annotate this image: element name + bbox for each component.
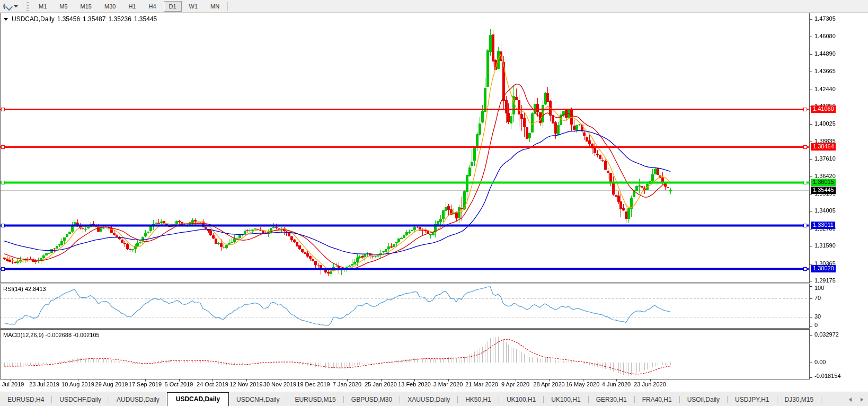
chart-tab-bar: EURUSD,H4USDCHF,DailyAUDUSD,DailyUSDCAD,… xyxy=(0,392,868,406)
date-tick-label: 7 Jan 2020 xyxy=(333,381,361,387)
date-tick-label: 17 Sep 2019 xyxy=(129,381,162,387)
chart-tab-usoil-daily[interactable]: USOil,Daily xyxy=(680,393,727,406)
date-tick-label: 29 Aug 2019 xyxy=(95,381,128,387)
date-tick-label: 4 Jun 2020 xyxy=(602,381,631,387)
date-tick-label: 30 Nov 2019 xyxy=(263,381,296,387)
chart-tab-dj30-m15[interactable]: DJ30,M15 xyxy=(777,393,821,406)
timeframe-button-h4[interactable]: H4 xyxy=(143,1,161,12)
date-tick-label: 5 Oct 2019 xyxy=(165,381,193,387)
rsi-tick-label: 100 xyxy=(814,285,824,291)
chart-cursor-icon[interactable] xyxy=(2,2,12,11)
price-tick-label: 1.43665 xyxy=(814,68,836,74)
date-tick-label: 23 Jul 2019 xyxy=(29,381,59,387)
chart-tab-audusd-daily[interactable]: AUDUSD,Daily xyxy=(109,393,167,406)
date-tick-label: 19 Dec 2019 xyxy=(297,381,330,387)
timeframe-button-m15[interactable]: M15 xyxy=(75,1,97,12)
date-tick-label: 9 Apr 2020 xyxy=(501,381,529,387)
tab-separator xyxy=(821,396,821,403)
current-price-tag: 1.35445 xyxy=(811,187,836,194)
timeframe-button-m1[interactable]: M1 xyxy=(33,1,52,12)
ohlc-open: 1.35456 xyxy=(57,15,80,23)
date-tick-label: 24 Oct 2019 xyxy=(197,381,228,387)
rsi-tick-label: 30 xyxy=(814,313,821,320)
price-tick-label: 1.46080 xyxy=(814,33,836,39)
date-tick-label: 3 Mar 2020 xyxy=(433,381,463,387)
price-tick-label: 1.44890 xyxy=(814,50,836,57)
date-tick-label: 16 May 2020 xyxy=(566,381,600,387)
chart-tab-fra40-h1[interactable]: FRA40,H1 xyxy=(635,393,679,406)
chart-symbol-header: USDCAD,Daily 1.35456 1.35487 1.35236 1.3… xyxy=(4,15,157,23)
price-tick-label: 1.29175 xyxy=(814,277,836,284)
chart-tab-usdcnh-daily[interactable]: USDCNH,Daily xyxy=(229,393,287,406)
ohlc-low: 1.35236 xyxy=(108,15,131,23)
level-price-tag: 1.36015 xyxy=(811,179,836,186)
toolbar-separator xyxy=(227,2,228,11)
tab-scroll-left-icon[interactable] xyxy=(846,395,855,404)
chart-tab-usdchf-daily[interactable]: USDCHF,Daily xyxy=(52,393,109,406)
timeframe-button-d1[interactable]: D1 xyxy=(164,1,182,12)
macd-tick-label: 0.00 xyxy=(814,359,826,365)
date-tick-label: 21 Mar 2020 xyxy=(465,381,498,387)
chart-symbol-label: USDCAD,Daily xyxy=(12,15,55,23)
price-tick-label: 1.31590 xyxy=(814,242,836,249)
macd-tick-label: 0.032972 xyxy=(814,331,839,338)
chart-tab-usdjpy-h1[interactable]: USDJPY,H1 xyxy=(728,393,776,406)
timeframe-buttons: M1M5M15M30H1H4D1W1MN xyxy=(32,1,226,12)
chart-tab-xauusd-daily[interactable]: XAUUSD,Daily xyxy=(400,393,457,406)
price-tick-label: 1.37610 xyxy=(814,155,836,162)
rsi-panel-title: RSI(14) 42.8413 xyxy=(3,286,46,292)
date-tick-label: 12 Nov 2019 xyxy=(229,381,262,387)
timeframe-button-w1[interactable]: W1 xyxy=(184,1,203,12)
tab-scroll-right-icon[interactable] xyxy=(857,395,866,404)
price-tick-label: 1.40025 xyxy=(814,120,836,127)
date-tick-label: 10 Aug 2019 xyxy=(61,381,94,387)
price-tick-label: 1.34005 xyxy=(814,207,836,214)
level-price-tag: 1.41060 xyxy=(811,105,836,113)
collapse-indicator-icon[interactable] xyxy=(4,18,8,21)
macd-tick-label: -0.018154 xyxy=(814,373,841,379)
timeframe-button-h1[interactable]: H1 xyxy=(123,1,141,12)
ohlc-close: 1.35445 xyxy=(134,15,157,23)
toolbar-separator xyxy=(23,2,23,11)
price-tick-label: 1.47305 xyxy=(814,15,836,22)
chart-tab-usdcad-daily[interactable]: USDCAD,Daily xyxy=(167,392,229,406)
date-tick-label: 28 Apr 2020 xyxy=(533,381,564,387)
chart-tabs: EURUSD,H4USDCHF,DailyAUDUSD,DailyUSDCAD,… xyxy=(0,392,821,406)
price-chart-canvas[interactable] xyxy=(0,0,868,393)
date-tick-label: 25 Jan 2020 xyxy=(365,381,397,387)
rsi-tick-label: 0 xyxy=(814,322,818,328)
price-tick-label: 1.42440 xyxy=(814,86,836,92)
level-price-tag: 1.38464 xyxy=(811,143,836,151)
date-tick-label: 13 Feb 2020 xyxy=(398,381,431,387)
macd-panel-title: MACD(12,26,9) -0.002688 -0.002105 xyxy=(3,332,100,338)
timeframe-button-m5[interactable]: M5 xyxy=(54,1,73,12)
chevron-down-icon[interactable] xyxy=(14,5,18,7)
rsi-tick-label: 70 xyxy=(814,295,821,301)
chart-tab-eurusd-m15[interactable]: EURUSD,M15 xyxy=(287,393,343,406)
timeframe-button-mn[interactable]: MN xyxy=(205,1,225,12)
chart-tab-uk100-h1[interactable]: UK100,H1 xyxy=(544,393,588,406)
chart-tab-ger30-h1[interactable]: GER30,H1 xyxy=(589,393,634,406)
ohlc-high: 1.35487 xyxy=(83,15,105,23)
toolbar-drag-grip[interactable] xyxy=(26,2,29,11)
chart-tab-eurusd-h4[interactable]: EURUSD,H4 xyxy=(0,393,51,406)
chart-tab-hk50-h1[interactable]: HK50,H1 xyxy=(458,393,499,406)
level-price-tag: 1.30020 xyxy=(811,265,836,272)
timeframe-button-m30[interactable]: M30 xyxy=(99,1,121,12)
chart-tab-gbpusd-m30[interactable]: GBPUSD,M30 xyxy=(344,393,400,406)
mt4-terminal: { "toolbar": { "periods": [ {"label":"M1… xyxy=(0,0,868,406)
date-tick-label: 4 Jul 2019 xyxy=(0,381,24,387)
timeframe-toolbar: M1M5M15M30H1H4D1W1MN xyxy=(0,0,868,13)
level-price-tag: 1.33011 xyxy=(811,222,835,229)
date-tick-label: 23 Jun 2020 xyxy=(634,381,666,387)
chart-tab-uk100-h1[interactable]: UK100,H1 xyxy=(499,393,543,406)
